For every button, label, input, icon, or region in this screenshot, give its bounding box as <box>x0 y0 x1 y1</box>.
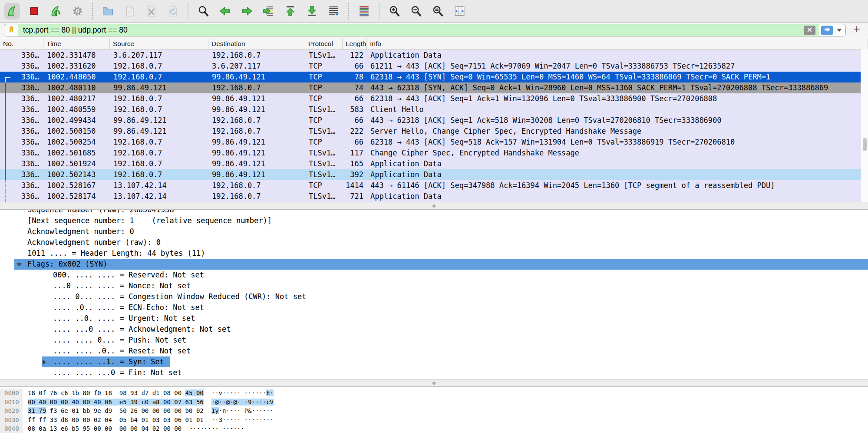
detail-line[interactable]: .... .... 0... = Push: Not set <box>0 335 868 346</box>
auto-scroll-button[interactable] <box>326 3 341 20</box>
resize-columns-icon <box>453 5 466 17</box>
detail-line[interactable]: .... .0.. .... = ECN-Echo: Not set <box>0 302 868 313</box>
reload-file-button[interactable] <box>165 3 181 20</box>
filter-text-area[interactable]: tcp.port == 80 || udp.port == 80 <box>18 24 819 36</box>
splitter-list-details[interactable] <box>0 202 868 210</box>
packet-row[interactable]: 336…1002.448050192.168.0.799.86.49.121TC… <box>0 72 868 82</box>
cell-time: 1002.500254 <box>43 137 110 148</box>
detail-line[interactable]: .... .... ...0 = Fin: Not set <box>0 367 868 378</box>
hex-row[interactable]: 004008 0a 13 e6 b5 95 00 00 00 00 04 02 … <box>0 424 868 433</box>
packet-row[interactable]: 336…1002.502143192.168.0.799.86.49.121TL… <box>0 169 868 180</box>
display-filter-input[interactable]: tcp.port == 80 || udp.port == 80 <box>4 24 846 36</box>
cell-source: 3.6.207.117 <box>110 50 208 61</box>
zoom-in-icon <box>388 5 401 17</box>
restart-capture-icon <box>50 5 62 17</box>
resize-columns-button[interactable] <box>452 3 467 20</box>
capture-options-button[interactable] <box>69 3 85 20</box>
find-packet-button[interactable] <box>195 3 211 20</box>
column-header-no[interactable]: No. <box>0 38 43 49</box>
detail-text: .... 0... .... = Congestion Window Reduc… <box>53 291 306 302</box>
stop-capture-button[interactable] <box>26 3 42 20</box>
detail-line[interactable]: .... ...0 .... = Acknowledgment: Not set <box>0 324 868 335</box>
hex-row[interactable]: 000018 0f 76 c6 1b 80 f0 18 98 93 d7 d1 … <box>0 389 868 398</box>
filter-clear-button[interactable] <box>804 26 815 35</box>
column-header-info[interactable]: Info <box>367 38 868 49</box>
detail-text: [Next sequence number: 1 (relative seque… <box>27 215 272 226</box>
cell-protocol: TCP <box>305 82 343 93</box>
start-capture-button[interactable] <box>4 3 20 20</box>
restart-capture-button[interactable] <box>48 3 63 20</box>
detail-line[interactable]: 000. .... .... = Reserved: Not set <box>0 270 868 280</box>
cell-time: 1002.480110 <box>43 82 110 93</box>
column-header-time[interactable]: Time <box>43 38 110 49</box>
detail-line[interactable]: Acknowledgment number (raw): 0 <box>0 237 868 248</box>
zoom-reset-button[interactable] <box>430 3 446 20</box>
hex-row[interactable]: 002031 79 f3 6e 01 bb 9e d9 50 26 00 00 … <box>0 406 868 416</box>
cell-protocol: TLSv1… <box>305 158 343 169</box>
packet-row[interactable]: 336…1002.49943499.86.49.121192.168.0.7TC… <box>0 115 868 126</box>
filter-bookmark-button[interactable] <box>4 24 18 36</box>
packet-row[interactable]: 336…1002.480217192.168.0.799.86.49.121TC… <box>0 93 868 104</box>
packet-row[interactable]: 336…1002.500254192.168.0.799.86.49.121TC… <box>0 137 868 148</box>
filter-dropdown-caret[interactable] <box>837 29 842 32</box>
zoom-in-button[interactable] <box>386 3 402 20</box>
save-file-button[interactable] <box>122 3 137 20</box>
go-back-button[interactable] <box>217 3 233 20</box>
column-header-destination[interactable]: Destination <box>208 38 305 49</box>
go-to-bottom-button[interactable] <box>304 3 320 20</box>
packet-list-scrollbar[interactable] <box>861 49 868 202</box>
column-header-protocol[interactable]: Protocol <box>305 38 343 49</box>
splitter-details-bytes[interactable] <box>0 379 868 387</box>
hex-row[interactable]: 001000 40 00 00 40 00 40 06 e5 39 c0 a8 … <box>0 398 868 407</box>
cell-length: 66 <box>343 115 367 126</box>
cell-time: 1002.528167 <box>43 180 110 191</box>
cell-source: 13.107.42.14 <box>110 180 208 191</box>
go-forward-button[interactable] <box>239 3 254 20</box>
packet-row[interactable]: 336…1002.331620192.168.0.73.6.207.117TCP… <box>0 61 868 72</box>
packet-row[interactable]: 336…1002.52817413.107.42.14192.168.0.7TL… <box>0 191 868 202</box>
open-file-button[interactable] <box>100 3 116 20</box>
detail-line[interactable]: .... .... ..1. = Syn: Set <box>0 356 868 367</box>
column-header-length[interactable]: Length <box>343 38 367 49</box>
packet-details-pane: Sequence number (raw): 2665041958[Next s… <box>0 210 868 379</box>
detail-line[interactable]: .... 0... .... = Congestion Window Reduc… <box>0 291 868 302</box>
detail-line[interactable]: 1011 .... = Header Length: 44 bytes (11) <box>0 248 868 259</box>
go-to-top-button[interactable] <box>282 3 298 20</box>
cell-info: 443 → 62318 [ACK] Seq=1 Ack=518 Win=3020… <box>367 115 868 126</box>
detail-line[interactable]: Sequence number (raw): 2665041958 <box>0 210 868 215</box>
collapse-icon[interactable] <box>17 263 22 267</box>
cell-info: Application Data <box>367 191 868 202</box>
filter-add-button[interactable]: + <box>851 24 864 37</box>
packet-row[interactable]: 336…1002.501924192.168.0.799.86.49.121TL… <box>0 158 868 169</box>
cell-length: 78 <box>343 72 367 82</box>
detail-line[interactable]: Flags: 0x002 (SYN) <box>0 259 868 270</box>
close-file-button[interactable] <box>143 3 159 20</box>
packet-row[interactable]: 336…1002.480559192.168.0.799.86.49.121TL… <box>0 104 868 115</box>
cell-no: 336… <box>0 148 43 158</box>
go-to-packet-button[interactable] <box>261 3 276 20</box>
hex-row[interactable]: 0030ff ff 33 d8 00 00 02 04 05 b4 01 03 … <box>0 416 868 425</box>
open-file-icon <box>102 5 114 17</box>
packet-row[interactable]: 336…1002.3314783.6.207.117192.168.0.7TLS… <box>0 50 868 61</box>
detail-line[interactable]: ...0 .... .... = Nonce: Not set <box>0 280 868 291</box>
packet-row[interactable]: 336…1002.501685192.168.0.799.86.49.121TL… <box>0 148 868 158</box>
detail-line[interactable]: Acknowledgment number: 0 <box>0 226 868 237</box>
colorize-packets-button[interactable] <box>356 3 372 20</box>
filter-apply-button[interactable] <box>821 26 833 35</box>
scrollbar-thumb[interactable] <box>863 138 867 151</box>
cell-protocol: TLSv1… <box>305 104 343 115</box>
expand-icon[interactable] <box>43 360 46 365</box>
column-header-source[interactable]: Source <box>110 38 208 49</box>
detail-line[interactable]: .... ..0. .... = Urgent: Not set <box>0 313 868 324</box>
save-file-icon <box>123 5 136 17</box>
detail-text: .... .0.. .... = ECN-Echo: Not set <box>53 302 204 313</box>
packet-row[interactable]: 336…1002.50015099.86.49.121192.168.0.7TL… <box>0 126 868 137</box>
cell-destination: 192.168.0.7 <box>208 50 305 61</box>
display-filter-bar: tcp.port == 80 || udp.port == 80 + <box>0 23 868 38</box>
zoom-out-button[interactable] <box>408 3 424 20</box>
packet-row[interactable]: 336…1002.52816713.107.42.14192.168.0.7TC… <box>0 180 868 191</box>
detail-line[interactable]: [Next sequence number: 1 (relative seque… <box>0 215 868 226</box>
packet-row[interactable]: 336…1002.48011099.86.49.121192.168.0.7TC… <box>0 82 868 93</box>
go-forward-icon <box>241 5 253 17</box>
detail-line[interactable]: .... .... .0.. = Reset: Not set <box>0 346 868 356</box>
